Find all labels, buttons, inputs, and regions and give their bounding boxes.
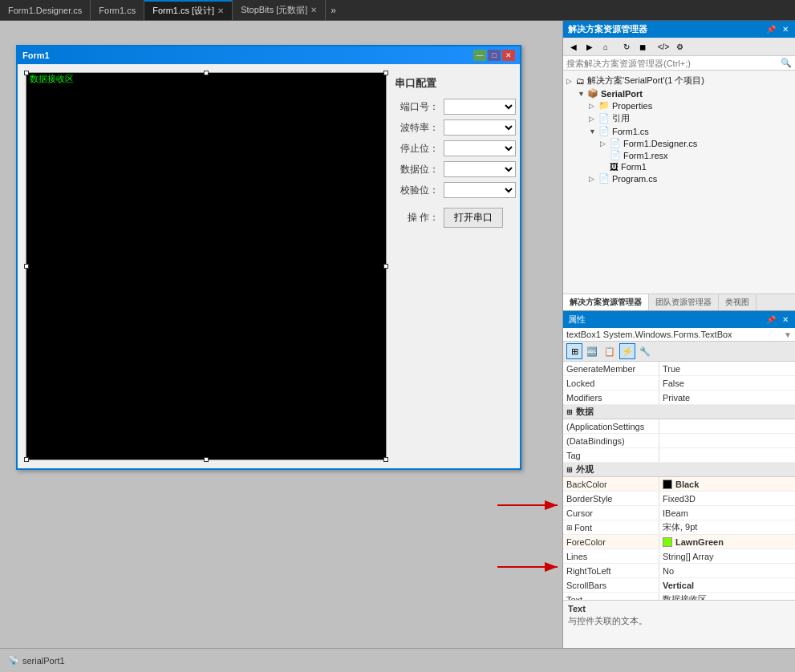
- sol-settings-button[interactable]: ⚙: [672, 39, 687, 54]
- prop-row-lines: Lines String[] Array: [563, 549, 795, 564]
- handle-tc[interactable]: [204, 71, 209, 75]
- solution-search-input[interactable]: [566, 59, 781, 68]
- tab-solution-explorer[interactable]: 解决方案资源管理器: [563, 294, 649, 310]
- serial-config-title: 串口配置: [395, 76, 516, 91]
- prop-btn-categorized[interactable]: ⊞: [566, 343, 582, 359]
- close-button[interactable]: ✕: [502, 50, 515, 61]
- properties-title: 属性: [568, 314, 586, 326]
- tab-class-view[interactable]: 类视图: [719, 294, 756, 310]
- sol-forward-button[interactable]: ▶: [582, 39, 597, 54]
- prop-section-expand-appearance[interactable]: ⊞: [566, 466, 573, 474]
- tab-form1-designer[interactable]: Form1.Designer.cs: [0, 0, 91, 20]
- prop-row-text: Text 数据接收区: [563, 593, 795, 600]
- sol-stop-button[interactable]: ◼: [635, 39, 650, 54]
- prop-name-font: ⊞ Font: [563, 520, 659, 534]
- prop-value-scrollbars: Vertical: [659, 578, 795, 592]
- prop-desc-text: 与控件关联的文本。: [568, 615, 790, 627]
- properties-close-button[interactable]: ✕: [781, 315, 790, 324]
- tree-item-resx[interactable]: 📄 Form1.resx: [563, 149, 795, 161]
- tree-item-solution[interactable]: ▷ 🗂 解决方案'SerialPort'(1 个项目): [563, 74, 795, 87]
- tree-item-references[interactable]: ▷ 📄 引用: [563, 111, 795, 125]
- tree-expand-properties[interactable]: ▷: [589, 102, 598, 110]
- tree-label-serialport: SerialPort: [601, 89, 643, 99]
- maximize-button[interactable]: □: [488, 50, 501, 61]
- tree-item-program[interactable]: ▷ 📄 Program.cs: [563, 172, 795, 184]
- main-area: Form1 — □ ✕ 数据接收区: [0, 21, 795, 648]
- font-expand-icon[interactable]: ⊞: [566, 524, 573, 532]
- prop-name-cursor: Cursor: [563, 506, 659, 520]
- sol-back-button[interactable]: ◀: [566, 39, 581, 54]
- sol-home-button[interactable]: ⌂: [598, 39, 613, 54]
- prop-name-backcolor: BackColor: [563, 477, 659, 491]
- serial-port-label: serialPort1: [22, 656, 65, 666]
- config-select-parity[interactable]: [444, 182, 516, 198]
- tree-expand-program[interactable]: ▷: [589, 175, 598, 183]
- search-icon[interactable]: 🔍: [781, 58, 792, 68]
- tree-icon-serialport: 📦: [587, 88, 598, 99]
- prop-value-tag: [659, 448, 795, 462]
- tab-form1-cs[interactable]: Form1.cs: [91, 0, 144, 20]
- config-select-baud[interactable]: [444, 119, 516, 136]
- tab-close-design[interactable]: ✕: [217, 6, 224, 15]
- config-row-parity: 校验位：: [395, 182, 516, 198]
- search-bar: 🔍: [563, 56, 795, 71]
- tab-close-stopbits[interactable]: ✕: [310, 6, 317, 14]
- prop-btn-events[interactable]: ⚡: [619, 343, 635, 359]
- config-row-stop: 停止位：: [395, 140, 516, 156]
- handle-tr[interactable]: [383, 71, 388, 75]
- prop-grid: GenerateMember True Locked False Modifie…: [563, 362, 795, 600]
- panel-close-button[interactable]: ✕: [781, 25, 790, 34]
- tree-expand-serialport[interactable]: ▼: [578, 90, 587, 98]
- tree-item-designer[interactable]: ▷ 📄 Form1.Designer.cs: [563, 137, 795, 149]
- tree-item-serialport[interactable]: ▼ 📦 SerialPort: [563, 87, 795, 99]
- config-select-data[interactable]: [444, 161, 516, 177]
- panel-pin-button[interactable]: 📌: [765, 25, 777, 34]
- tree-expand-solution[interactable]: ▷: [566, 77, 576, 85]
- prop-value-generatemember: True: [659, 362, 795, 375]
- prop-section-data[interactable]: ⊞ 数据: [563, 405, 795, 419]
- prop-value-text: 数据接收区: [659, 593, 795, 600]
- tab-form1-design[interactable]: Form1.cs [设计] ✕: [144, 0, 233, 20]
- prop-section-appearance[interactable]: ⊞ 外观: [563, 463, 795, 477]
- config-select-port[interactable]: [444, 99, 516, 115]
- tree-label-program: Program.cs: [612, 174, 657, 184]
- tree-expand-references[interactable]: ▷: [589, 115, 598, 123]
- prop-btn-alphabetical[interactable]: 🔤: [584, 343, 600, 359]
- tree-item-form1cs[interactable]: ▼ 📄 Form1.cs: [563, 125, 795, 137]
- tab-overflow[interactable]: »: [326, 0, 341, 20]
- tree-label-designer: Form1.Designer.cs: [623, 139, 697, 148]
- tab-team-explorer[interactable]: 团队资源管理器: [649, 294, 719, 310]
- open-port-button[interactable]: 打开串口: [444, 208, 503, 228]
- textbox-control[interactable]: 数据接收区: [26, 72, 387, 460]
- handle-br[interactable]: [383, 457, 388, 462]
- serial-port-icon: 📡: [8, 655, 19, 666]
- handle-tl[interactable]: [24, 71, 29, 75]
- prop-btn-properties[interactable]: 📋: [602, 343, 618, 359]
- tab-stopbits[interactable]: StopBits [元数据] ✕: [233, 0, 326, 20]
- tree-item-form1[interactable]: 🖼 Form1: [563, 161, 795, 172]
- prop-object-label: textBox1 System.Windows.Forms.TextBox: [566, 330, 784, 339]
- tree-label-resx: Form1.resx: [623, 151, 668, 160]
- config-select-stop[interactable]: [444, 140, 516, 156]
- minimize-button[interactable]: —: [473, 50, 486, 61]
- prop-row-appsettings: (ApplicationSettings: [563, 419, 795, 434]
- sol-refresh-button[interactable]: ↻: [619, 39, 634, 54]
- tree-item-properties[interactable]: ▷ 📁 Properties: [563, 99, 795, 111]
- prop-desc-title: Text: [568, 604, 790, 613]
- prop-btn-settings[interactable]: 🔧: [637, 343, 653, 359]
- form-controls: — □ ✕: [473, 50, 515, 61]
- handle-ml[interactable]: [24, 264, 29, 269]
- tree-expand-form1cs[interactable]: ▼: [589, 128, 598, 136]
- prop-object-dropdown-icon[interactable]: ▼: [784, 330, 792, 339]
- tree-expand-designer[interactable]: ▷: [600, 140, 610, 148]
- form-titlebar: Form1 — □ ✕: [18, 47, 520, 64]
- properties-pin-button[interactable]: 📌: [765, 315, 777, 324]
- handle-bl[interactable]: [24, 457, 29, 462]
- sol-code-button[interactable]: </>: [656, 39, 671, 54]
- handle-bc[interactable]: [204, 457, 209, 462]
- handle-mr[interactable]: [383, 264, 388, 269]
- prop-name-modifiers: Modifiers: [563, 391, 659, 404]
- properties-panel-controls: 📌 ✕: [765, 315, 790, 324]
- prop-name-text: Text: [563, 593, 659, 600]
- prop-section-expand-data[interactable]: ⊞: [566, 408, 573, 416]
